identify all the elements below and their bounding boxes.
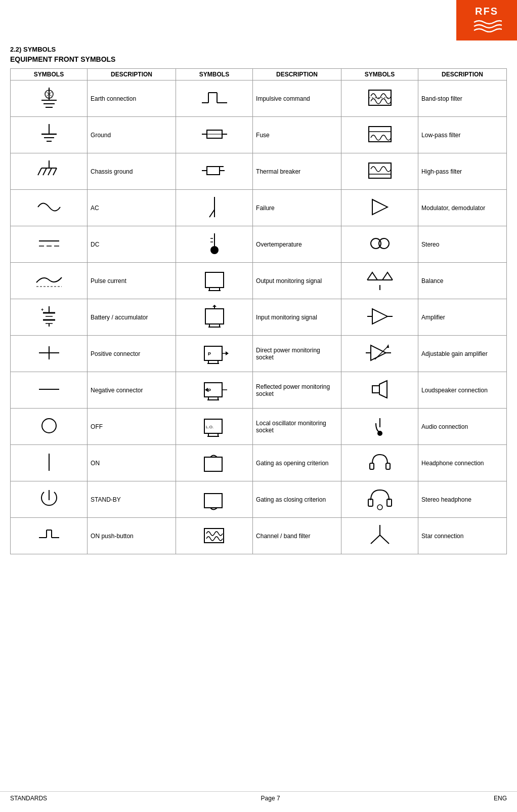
sym1-row2 [11, 153, 88, 190]
desc3-row10: Headphone connection [418, 445, 507, 481]
sym1-row10 [11, 445, 88, 481]
desc1-row5: Pulse current [88, 263, 176, 299]
svg-rect-105 [204, 457, 222, 471]
desc1-row6: Battery / accumulator [88, 299, 176, 336]
sym2-row5 [176, 263, 252, 299]
sym3-row8 [341, 372, 418, 409]
th-desc3: DESCRIPTION [418, 69, 507, 80]
desc2-row10: Gating as opening criterion [253, 445, 341, 481]
svg-marker-77 [226, 351, 229, 355]
sym3-row10 [341, 445, 418, 481]
desc1-row11: STAND-BY [88, 481, 176, 518]
svg-rect-74 [204, 346, 222, 360]
table-row: DC Overtemperature Stereo [11, 226, 507, 263]
desc3-row2: High-pass filter [418, 153, 507, 190]
desc3-row6: Amplifier [418, 299, 507, 336]
svg-point-44 [210, 246, 219, 254]
svg-line-26 [38, 168, 41, 175]
sym3-row3 [341, 190, 418, 226]
sym3-row2 [341, 153, 418, 190]
sym1-row5 [11, 263, 88, 299]
svg-rect-106 [370, 463, 374, 469]
svg-line-28 [48, 168, 52, 175]
sym2-row3 [176, 190, 252, 226]
svg-marker-95 [379, 381, 387, 398]
table-row: Ground Fuse Low-pass filter [11, 117, 507, 153]
desc2-row12: Channel / band filter [253, 518, 341, 554]
sym1-row1 [11, 117, 88, 153]
desc3-row5: Balance [418, 263, 507, 299]
desc3-row11: Stereo headphone [418, 481, 507, 518]
th-sym2: SYMBOLS [176, 69, 252, 80]
sym3-row7 [341, 336, 418, 372]
svg-line-120 [371, 535, 380, 544]
table-row: ON Gating as opening criterion Headphone… [11, 445, 507, 481]
svg-rect-63 [205, 309, 224, 324]
desc1-row10: ON [88, 445, 176, 481]
sym2-row11 [176, 481, 252, 518]
sym3-row12 [341, 518, 418, 554]
sym1-row8 [11, 372, 88, 409]
desc2-row7: Direct power monitoring socket [253, 336, 341, 372]
sym2-row8: P [176, 372, 252, 409]
table-row: OFF L.O. Local oscillator monitoring soc… [11, 409, 507, 445]
th-desc1: DESCRIPTION [88, 69, 176, 80]
desc2-row8: Reflected power monitoring socket [253, 372, 341, 409]
svg-point-112 [377, 505, 382, 510]
desc3-row7: Adjustable gain amplifier [418, 336, 507, 372]
sym3-row1 [341, 117, 418, 153]
svg-point-103 [377, 431, 382, 436]
desc2-row11: Gating as closing criterion [253, 481, 341, 518]
footer-right: ENG [494, 795, 507, 802]
desc2-row4: Overtemperature [253, 226, 341, 263]
desc2-row3: Failure [253, 190, 341, 226]
table-row: Positive connector P Direct power monito… [11, 336, 507, 372]
table-row: Earth connection Impulsive command Band-… [11, 80, 507, 117]
desc2-row1: Fuse [253, 117, 341, 153]
desc2-row5: Output monitoring signal [253, 263, 341, 299]
footer: STANDARDS Page 7 ENG [0, 791, 517, 802]
sym2-row4 [176, 226, 252, 263]
desc3-row3: Modulator, demodulator [418, 190, 507, 226]
sym1-row9 [11, 409, 88, 445]
svg-rect-109 [204, 494, 222, 508]
symbols-table: SYMBOLS DESCRIPTION SYMBOLS DESCRIPTION … [10, 68, 507, 554]
sym1-row4 [11, 226, 88, 263]
table-row: ON push-button Channel / band filter Sta… [11, 518, 507, 554]
svg-line-27 [43, 168, 47, 175]
th-sym1: SYMBOLS [11, 69, 88, 80]
desc1-row9: OFF [88, 409, 176, 445]
footer-left: STANDARDS [10, 795, 47, 802]
svg-line-37 [209, 210, 214, 217]
logo-waves [471, 18, 502, 35]
sym3-row5 [341, 263, 418, 299]
sym2-row2 [176, 153, 252, 190]
sym3-row4 [341, 226, 418, 263]
table-row: AC Failure Modulator, demodulator [11, 190, 507, 226]
th-sym3: SYMBOLS [341, 69, 418, 80]
desc3-row9: Audio connection [418, 409, 507, 445]
desc1-row2: Chassis ground [88, 153, 176, 190]
svg-rect-50 [205, 272, 224, 288]
desc1-row12: ON push-button [88, 518, 176, 554]
svg-marker-38 [372, 199, 387, 215]
svg-marker-90 [205, 388, 208, 392]
desc2-row2: Thermal breaker [253, 153, 341, 190]
sym1-row12 [11, 518, 88, 554]
svg-marker-81 [371, 345, 386, 360]
table-row: Chassis ground Thermal breaker High-pass… [11, 153, 507, 190]
table-row: + Battery / accumulator Input monitoring… [11, 299, 507, 336]
svg-point-96 [42, 419, 56, 433]
sym2-row6 [176, 299, 252, 336]
svg-rect-110 [368, 499, 373, 506]
th-desc2: DESCRIPTION [253, 69, 341, 80]
svg-line-29 [53, 168, 57, 175]
page-content: 2.2) SYMBOLS EQUIPMENT FRONT SYMBOLS SYM… [0, 0, 517, 575]
footer-center: Page 7 [261, 795, 280, 802]
svg-rect-94 [372, 386, 379, 393]
sym1-row11 [11, 481, 88, 518]
desc3-row0: Band-stop filter [418, 80, 507, 117]
sym1-row7 [11, 336, 88, 372]
rfs-logo: RFS [456, 0, 517, 40]
svg-rect-31 [207, 167, 220, 175]
